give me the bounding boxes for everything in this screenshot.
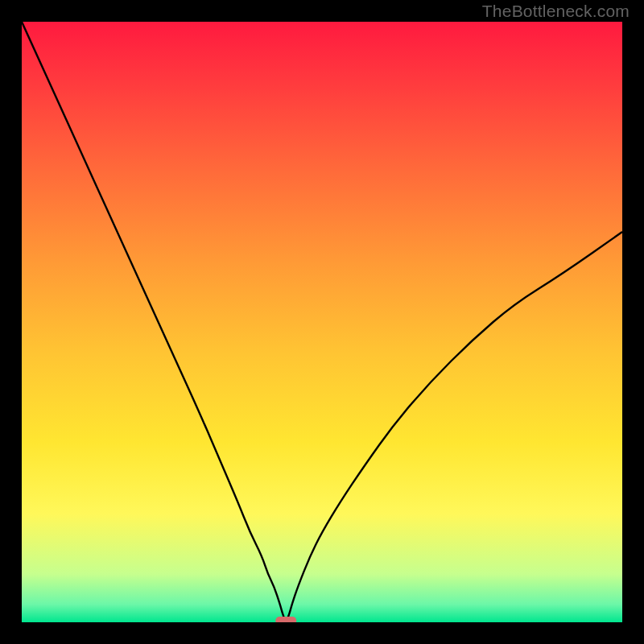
- watermark-text: TheBottleneck.com: [482, 2, 630, 21]
- chart-frame: TheBottleneck.com: [0, 0, 644, 644]
- bottleneck-chart: [22, 22, 622, 622]
- minimum-marker: [275, 617, 296, 622]
- plot-area: [22, 22, 622, 622]
